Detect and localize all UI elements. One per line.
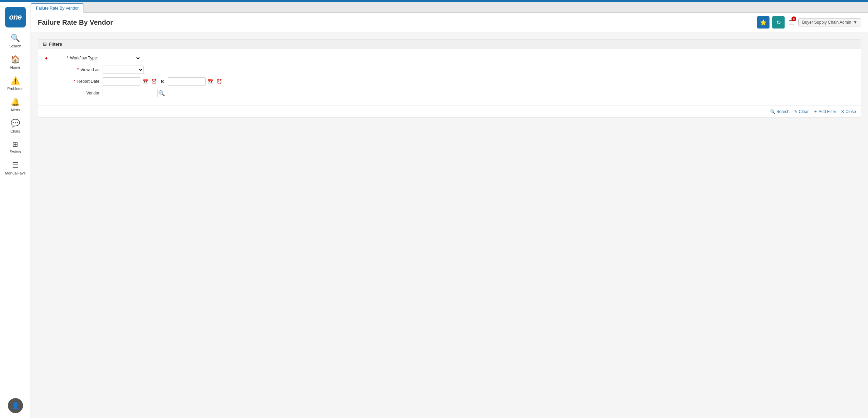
- warning-icon: ⚠️: [11, 76, 20, 85]
- viewed-as-select[interactable]: [103, 66, 144, 74]
- calendar-to-button[interactable]: 📅: [207, 79, 214, 84]
- filters-panel: ⊟ Filters ● * Workflow Type:: [38, 39, 861, 117]
- report-date-to-group: 📅 ⏰: [168, 77, 223, 86]
- sidebar-item-switch[interactable]: ⊞ Switch: [0, 137, 31, 157]
- filters-header: ⊟ Filters: [38, 39, 861, 49]
- report-date-label: * Report Date:: [53, 79, 101, 84]
- home-icon: 🏠: [11, 55, 20, 64]
- bell-icon: 🔔: [11, 98, 20, 106]
- search-link-label: Search: [776, 109, 789, 114]
- filter-actions: 🔍 Search ✎ Clear ＋ Add Filter ✕ Close: [38, 105, 861, 117]
- chevron-down-icon: ▼: [853, 20, 857, 25]
- close-link-label: Close: [845, 109, 856, 114]
- page-title: Failure Rate By Vendor: [38, 19, 754, 26]
- sidebar-label-switch: Switch: [10, 150, 21, 154]
- add-filter-link[interactable]: ＋ Add Filter: [813, 109, 836, 114]
- vendor-search-button[interactable]: 🔍: [158, 90, 165, 97]
- report-date-from-input[interactable]: [103, 77, 140, 86]
- filter-row-report-date: * Report Date: 📅 ⏰ to 📅 ⏰: [45, 77, 854, 86]
- search-link-icon: 🔍: [770, 109, 775, 114]
- header-bar: Failure Rate By Vendor ⭐ ↻ ☰ ★ Buyer Sup…: [31, 13, 868, 32]
- close-link[interactable]: ✕ Close: [841, 109, 856, 114]
- filter-row-vendor: Vendor: 🔍: [45, 89, 854, 97]
- vendor-input-group: 🔍: [103, 89, 165, 97]
- tabs-bar: Failure Rate By Vendor: [31, 2, 868, 13]
- user-dropdown[interactable]: Buyer Supply Chain Admin ▼: [798, 18, 861, 26]
- sidebar-item-home[interactable]: 🏠 Home: [0, 52, 31, 73]
- filters-title: Filters: [49, 42, 62, 47]
- sidebar-label-problems: Problems: [7, 87, 23, 91]
- search-icon: 🔍: [11, 34, 20, 43]
- error-icon-workflow: ●: [45, 55, 48, 61]
- sidebar-label-chats: Chats: [10, 129, 20, 133]
- workflow-type-label: * Workflow Type:: [50, 56, 98, 60]
- user-avatar[interactable]: 👤: [8, 398, 23, 413]
- filter-row-viewed-as: * Viewed as:: [45, 66, 854, 74]
- search-link[interactable]: 🔍 Search: [770, 109, 789, 114]
- favorite-button[interactable]: ⭐: [757, 16, 769, 29]
- sidebar-item-search[interactable]: 🔍 Search: [0, 30, 31, 52]
- menu-icon: ☰: [12, 161, 19, 170]
- close-icon: ✕: [841, 109, 844, 114]
- filter-icon: ⊟: [43, 42, 47, 47]
- required-star-2: *: [77, 67, 79, 72]
- required-star: *: [67, 56, 68, 60]
- vendor-input[interactable]: [103, 89, 158, 97]
- add-filter-label: Add Filter: [819, 109, 836, 114]
- sidebar-item-menusfavs[interactable]: ☰ Menus/Favs: [0, 157, 31, 179]
- refresh-button[interactable]: ↻: [772, 16, 785, 29]
- clear-link[interactable]: ✎ Clear: [794, 109, 809, 114]
- filters-body: ● * Workflow Type: *: [38, 49, 861, 105]
- clock-from-button[interactable]: ⏰: [150, 79, 158, 84]
- sidebar-label-alerts: Alerts: [10, 108, 20, 112]
- vendor-label: Vendor:: [53, 91, 101, 95]
- calendar-from-button[interactable]: 📅: [142, 79, 149, 84]
- report-date-to-input[interactable]: [168, 77, 206, 86]
- sidebar-item-problems[interactable]: ⚠️ Problems: [0, 73, 31, 94]
- switch-icon: ⊞: [12, 140, 18, 148]
- to-label: to: [160, 79, 166, 84]
- sidebar-label-menusfavs: Menus/Favs: [5, 171, 26, 175]
- viewed-as-label: * Viewed as:: [53, 67, 101, 72]
- header-actions: ⭐ ↻ ☰ ★ Buyer Supply Chain Admin ▼: [757, 16, 861, 29]
- clear-link-icon: ✎: [794, 109, 798, 114]
- chat-icon: 💬: [11, 119, 20, 128]
- sidebar: one 🔍 Search 🏠 Home ⚠️ Problems 🔔 Alerts…: [0, 2, 31, 418]
- sidebar-label-search: Search: [9, 44, 21, 48]
- app-logo[interactable]: one: [5, 7, 26, 27]
- clear-link-label: Clear: [799, 109, 809, 114]
- sidebar-item-chats[interactable]: 💬 Chats: [0, 115, 31, 137]
- sidebar-item-alerts[interactable]: 🔔 Alerts: [0, 94, 31, 115]
- tab-failure-rate[interactable]: Failure Rate By Vendor: [31, 3, 84, 13]
- add-filter-icon: ＋: [813, 109, 818, 114]
- sidebar-label-home: Home: [10, 65, 20, 69]
- main-content: Failure Rate By Vendor Failure Rate By V…: [31, 2, 868, 418]
- filter-row-workflow-type: ● * Workflow Type:: [45, 54, 854, 62]
- clock-to-button[interactable]: ⏰: [216, 79, 223, 84]
- user-name-label: Buyer Supply Chain Admin: [802, 20, 851, 25]
- avatar-icon: 👤: [12, 402, 19, 409]
- workflow-type-select[interactable]: [100, 54, 141, 62]
- required-star-3: *: [74, 79, 76, 84]
- notification-badge: ★: [791, 16, 796, 21]
- content-area: ⊟ Filters ● * Workflow Type:: [31, 32, 868, 418]
- hamburger-menu-button[interactable]: ☰ ★: [787, 17, 796, 27]
- report-date-from-group: 📅 ⏰: [103, 77, 158, 86]
